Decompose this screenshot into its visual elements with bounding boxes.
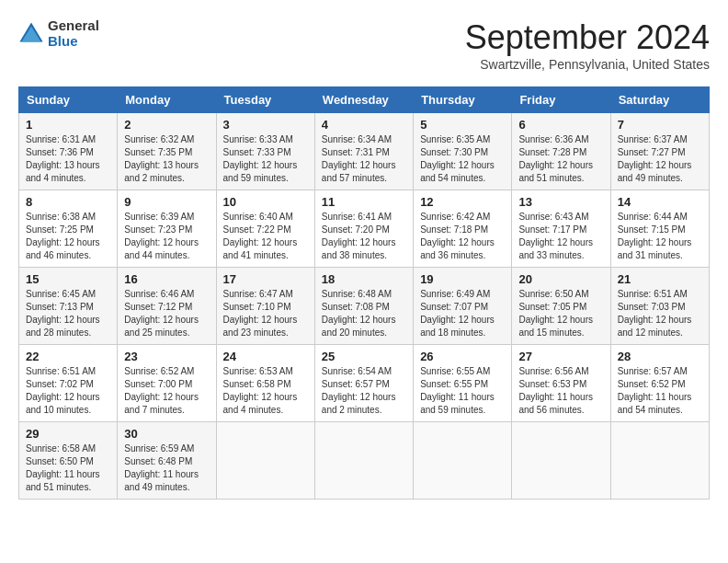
day-info: Sunrise: 6:39 AM Sunset: 7:23 PM Dayligh… (124, 211, 209, 262)
day-number: 27 (518, 350, 603, 363)
day-info: Sunrise: 6:45 AM Sunset: 7:13 PM Dayligh… (26, 288, 110, 339)
day-info: Sunrise: 6:46 AM Sunset: 7:12 PM Dayligh… (124, 288, 209, 339)
calendar-cell: 29 Sunrise: 6:58 AM Sunset: 6:50 PM Dayl… (19, 422, 118, 500)
month-title: September 2024 (465, 18, 710, 57)
calendar-cell: 11 Sunrise: 6:41 AM Sunset: 7:20 PM Dayl… (314, 190, 413, 268)
day-info: Sunrise: 6:41 AM Sunset: 7:20 PM Dayligh… (322, 211, 406, 262)
page-header: General Blue September 2024 Swartzville,… (18, 18, 710, 72)
calendar-cell: 22 Sunrise: 6:51 AM Sunset: 7:02 PM Dayl… (19, 345, 118, 422)
calendar-cell: 13 Sunrise: 6:43 AM Sunset: 7:17 PM Dayl… (512, 190, 610, 268)
day-info: Sunrise: 6:54 AM Sunset: 6:57 PM Dayligh… (322, 365, 406, 417)
weekday-tuesday: Tuesday (216, 87, 314, 113)
day-number: 28 (618, 350, 702, 363)
day-info: Sunrise: 6:33 AM Sunset: 7:33 PM Dayligh… (223, 133, 308, 185)
day-info: Sunrise: 6:48 AM Sunset: 7:08 PM Dayligh… (322, 288, 406, 339)
logo-icon (18, 21, 44, 47)
calendar-cell: 6 Sunrise: 6:36 AM Sunset: 7:28 PM Dayli… (512, 113, 610, 190)
weekday-header-row: SundayMondayTuesdayWednesdayThursdayFrid… (19, 87, 710, 113)
day-number: 7 (618, 118, 702, 132)
day-info: Sunrise: 6:57 AM Sunset: 6:52 PM Dayligh… (618, 365, 702, 417)
calendar-cell: 10 Sunrise: 6:40 AM Sunset: 7:22 PM Dayl… (216, 190, 314, 268)
calendar-cell: 7 Sunrise: 6:37 AM Sunset: 7:27 PM Dayli… (610, 113, 709, 190)
day-info: Sunrise: 6:58 AM Sunset: 6:50 PM Dayligh… (26, 442, 110, 494)
calendar-table: SundayMondayTuesdayWednesdayThursdayFrid… (18, 86, 710, 500)
calendar-cell: 8 Sunrise: 6:38 AM Sunset: 7:25 PM Dayli… (19, 190, 118, 268)
day-info: Sunrise: 6:36 AM Sunset: 7:28 PM Dayligh… (518, 133, 603, 185)
calendar-cell (512, 422, 610, 500)
calendar-cell: 28 Sunrise: 6:57 AM Sunset: 6:52 PM Dayl… (610, 345, 709, 422)
day-info: Sunrise: 6:49 AM Sunset: 7:07 PM Dayligh… (420, 288, 505, 339)
weekday-saturday: Saturday (610, 87, 709, 113)
day-number: 22 (26, 350, 110, 363)
day-info: Sunrise: 6:59 AM Sunset: 6:48 PM Dayligh… (124, 442, 209, 494)
calendar-cell (314, 422, 413, 500)
day-info: Sunrise: 6:47 AM Sunset: 7:10 PM Dayligh… (223, 288, 308, 339)
weekday-monday: Monday (118, 87, 216, 113)
day-number: 24 (223, 350, 308, 363)
logo-text: General Blue (48, 18, 99, 49)
week-row-4: 22 Sunrise: 6:51 AM Sunset: 7:02 PM Dayl… (19, 345, 710, 422)
day-info: Sunrise: 6:32 AM Sunset: 7:35 PM Dayligh… (124, 133, 209, 185)
title-block: September 2024 Swartzville, Pennsylvania… (465, 18, 710, 72)
day-number: 15 (26, 272, 110, 286)
weekday-friday: Friday (512, 87, 610, 113)
calendar-cell: 20 Sunrise: 6:50 AM Sunset: 7:05 PM Dayl… (512, 268, 610, 345)
day-number: 10 (223, 195, 308, 209)
day-info: Sunrise: 6:55 AM Sunset: 6:55 PM Dayligh… (420, 365, 505, 417)
logo: General Blue (18, 18, 99, 49)
day-number: 16 (124, 272, 209, 286)
calendar-cell (610, 422, 709, 500)
calendar-cell: 15 Sunrise: 6:45 AM Sunset: 7:13 PM Dayl… (19, 268, 118, 345)
day-number: 11 (322, 195, 406, 209)
location-subtitle: Swartzville, Pennsylvania, United States (465, 57, 710, 72)
day-info: Sunrise: 6:51 AM Sunset: 7:02 PM Dayligh… (26, 365, 110, 417)
day-number: 5 (420, 118, 505, 132)
day-info: Sunrise: 6:52 AM Sunset: 7:00 PM Dayligh… (124, 365, 209, 417)
calendar-cell (414, 422, 512, 500)
day-number: 2 (124, 118, 209, 132)
calendar-cell: 5 Sunrise: 6:35 AM Sunset: 7:30 PM Dayli… (414, 113, 512, 190)
calendar-cell: 30 Sunrise: 6:59 AM Sunset: 6:48 PM Dayl… (118, 422, 216, 500)
weekday-wednesday: Wednesday (314, 87, 413, 113)
day-number: 6 (518, 118, 603, 132)
calendar-cell: 17 Sunrise: 6:47 AM Sunset: 7:10 PM Dayl… (216, 268, 314, 345)
day-info: Sunrise: 6:40 AM Sunset: 7:22 PM Dayligh… (223, 211, 308, 262)
day-info: Sunrise: 6:34 AM Sunset: 7:31 PM Dayligh… (322, 133, 406, 185)
calendar-cell: 2 Sunrise: 6:32 AM Sunset: 7:35 PM Dayli… (118, 113, 216, 190)
calendar-cell: 3 Sunrise: 6:33 AM Sunset: 7:33 PM Dayli… (216, 113, 314, 190)
week-row-5: 29 Sunrise: 6:58 AM Sunset: 6:50 PM Dayl… (19, 422, 710, 500)
calendar-cell: 14 Sunrise: 6:44 AM Sunset: 7:15 PM Dayl… (610, 190, 709, 268)
calendar-cell: 25 Sunrise: 6:54 AM Sunset: 6:57 PM Dayl… (314, 345, 413, 422)
day-number: 23 (124, 350, 209, 363)
day-number: 25 (322, 350, 406, 363)
week-row-2: 8 Sunrise: 6:38 AM Sunset: 7:25 PM Dayli… (19, 190, 710, 268)
calendar-cell: 19 Sunrise: 6:49 AM Sunset: 7:07 PM Dayl… (414, 268, 512, 345)
calendar-cell: 1 Sunrise: 6:31 AM Sunset: 7:36 PM Dayli… (19, 113, 118, 190)
calendar-cell: 12 Sunrise: 6:42 AM Sunset: 7:18 PM Dayl… (414, 190, 512, 268)
day-info: Sunrise: 6:43 AM Sunset: 7:17 PM Dayligh… (518, 211, 603, 262)
calendar-cell: 18 Sunrise: 6:48 AM Sunset: 7:08 PM Dayl… (314, 268, 413, 345)
day-info: Sunrise: 6:51 AM Sunset: 7:03 PM Dayligh… (618, 288, 702, 339)
day-number: 9 (124, 195, 209, 209)
calendar-cell: 23 Sunrise: 6:52 AM Sunset: 7:00 PM Dayl… (118, 345, 216, 422)
day-info: Sunrise: 6:37 AM Sunset: 7:27 PM Dayligh… (618, 133, 702, 185)
day-number: 3 (223, 118, 308, 132)
day-info: Sunrise: 6:56 AM Sunset: 6:53 PM Dayligh… (518, 365, 603, 417)
day-number: 14 (618, 195, 702, 209)
day-number: 21 (618, 272, 702, 286)
day-info: Sunrise: 6:53 AM Sunset: 6:58 PM Dayligh… (223, 365, 308, 417)
week-row-1: 1 Sunrise: 6:31 AM Sunset: 7:36 PM Dayli… (19, 113, 710, 190)
weekday-sunday: Sunday (19, 87, 118, 113)
calendar-cell (216, 422, 314, 500)
calendar-cell: 26 Sunrise: 6:55 AM Sunset: 6:55 PM Dayl… (414, 345, 512, 422)
day-info: Sunrise: 6:50 AM Sunset: 7:05 PM Dayligh… (518, 288, 603, 339)
day-number: 17 (223, 272, 308, 286)
day-number: 19 (420, 272, 505, 286)
day-number: 8 (26, 195, 110, 209)
calendar-cell: 27 Sunrise: 6:56 AM Sunset: 6:53 PM Dayl… (512, 345, 610, 422)
day-number: 1 (26, 118, 110, 132)
day-number: 13 (518, 195, 603, 209)
weekday-thursday: Thursday (414, 87, 512, 113)
calendar-cell: 24 Sunrise: 6:53 AM Sunset: 6:58 PM Dayl… (216, 345, 314, 422)
day-number: 12 (420, 195, 505, 209)
